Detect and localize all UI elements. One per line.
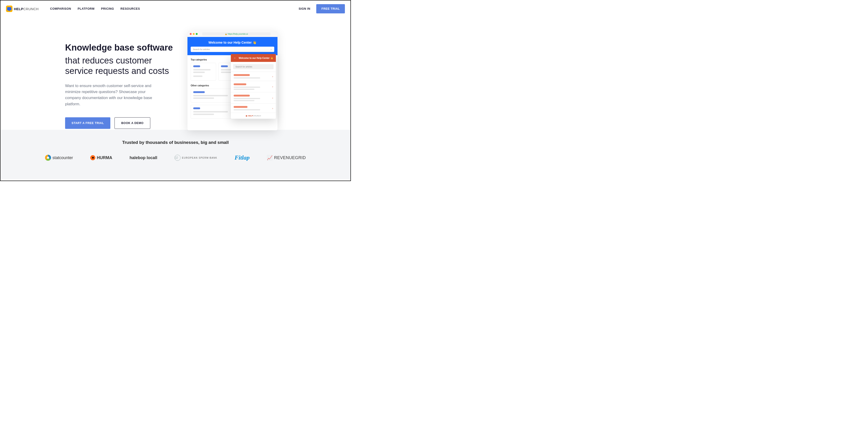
browser-chrome: https://help.yoursite.ai — [187, 31, 277, 37]
nav-comparison[interactable]: COMPARISON — [50, 7, 71, 10]
trusted-section: Trusted by thousands of businesses, big … — [0, 130, 350, 180]
main-nav: COMPARISON PLATFORM PRICING RESOURCES — [50, 7, 140, 10]
search-icon: ⌕ — [271, 48, 272, 51]
fitlap-label: Fitlap — [235, 154, 250, 161]
popup-article-item: › — [231, 81, 276, 92]
category-card — [191, 63, 216, 81]
logo-text-bold: HELP — [14, 7, 23, 11]
popup-article-item: › — [231, 92, 276, 104]
popup-search: Search for articles — [233, 64, 274, 69]
popup-title: Welcome to our Help Center 👋 — [239, 57, 273, 59]
hero-subtitle: that reduces customer service requests a… — [65, 55, 174, 77]
free-trial-button[interactable]: FREE TRIAL — [316, 4, 345, 13]
popup-article-item: › — [231, 104, 276, 113]
logo-statcounter: statcounter — [45, 155, 73, 161]
client-logos: statcounter ✱ HURMA halebop locall GIVE … — [0, 154, 350, 161]
nav-resources[interactable]: RESOURCES — [121, 7, 140, 10]
header-right: SIGN IN FREE TRIAL — [299, 4, 345, 13]
logo-halebop: halebop locall — [129, 155, 157, 160]
window-dots — [190, 33, 197, 35]
logo-fitlap: Fitlap — [235, 154, 250, 161]
chevron-right-icon: › — [272, 75, 273, 78]
close-dot-icon — [190, 33, 192, 35]
statcounter-icon — [45, 155, 51, 161]
hurma-label: HURMA — [97, 155, 112, 160]
nav-platform[interactable]: PLATFORM — [78, 7, 94, 10]
book-demo-button[interactable]: BOOK A DEMO — [115, 117, 150, 129]
help-center-search: Search for articles ⌕ — [191, 47, 274, 52]
logo-hurma: ✱ HURMA — [90, 155, 112, 160]
logo-spermbank: GIVE LIFE EUROPEAN SPERM·BANK — [175, 155, 217, 161]
search-placeholder: Search for articles — [193, 48, 210, 51]
hurma-icon: ✱ — [90, 155, 95, 160]
hero-title: Knowledge base software — [65, 42, 174, 53]
hero-illustration: https://help.yoursite.ai Welcome to our … — [187, 31, 280, 128]
chevron-right-icon: › — [272, 85, 273, 88]
url-bar: https://help.yoursite.ai — [202, 32, 271, 35]
popup-footer-logo-light: CRUNCH — [253, 115, 261, 117]
popup-footer-logo-bold: HELP — [248, 115, 253, 117]
help-center-header: Welcome to our Help Center 👋 Search for … — [187, 37, 277, 55]
trusted-heading: Trusted by thousands of businesses, big … — [0, 140, 350, 145]
revenuegrid-icon: 📈 — [267, 155, 273, 160]
spermbank-label: EUROPEAN SPERM·BANK — [182, 156, 217, 159]
logo-text-light: CRUNCH — [23, 7, 38, 11]
minimize-dot-icon — [193, 33, 195, 35]
spermbank-icon: GIVE LIFE — [175, 155, 181, 161]
help-center-title: Welcome to our Help Center 👋 — [191, 41, 274, 45]
logo-revenuegrid: 📈 REVENUEGRID — [267, 155, 306, 160]
maximize-dot-icon — [196, 33, 197, 35]
site-header: HELPCRUNCH COMPARISON PLATFORM PRICING R… — [0, 0, 350, 17]
statcounter-label: statcounter — [53, 155, 73, 160]
chevron-right-icon: › — [272, 96, 273, 99]
help-widget-popup: ← Welcome to our Help Center 👋 Search fo… — [231, 54, 276, 119]
chevron-right-icon: › — [272, 107, 273, 110]
start-free-trial-button[interactable]: START A FREE TRIAL — [65, 117, 110, 129]
halebop-label: halebop locall — [129, 155, 157, 160]
hero-section: Knowledge base software that reduces cus… — [0, 17, 350, 129]
logo[interactable]: HELPCRUNCH — [6, 5, 38, 12]
logo-icon — [6, 5, 12, 12]
popup-footer: ▣ HELPCRUNCH — [231, 113, 276, 119]
revenuegrid-label: REVENUEGRID — [274, 155, 306, 160]
nav-pricing[interactable]: PRICING — [101, 7, 114, 10]
popup-header: ← Welcome to our Help Center 👋 — [231, 54, 276, 62]
hero-content: Knowledge base software that reduces cus… — [65, 31, 174, 129]
popup-article-item: › — [231, 71, 276, 81]
category-card — [218, 63, 232, 81]
sign-in-link[interactable]: SIGN IN — [299, 7, 310, 10]
hero-ctas: START A FREE TRIAL BOOK A DEMO — [65, 117, 174, 129]
hero-body: Want to ensure smooth customer self-serv… — [65, 83, 162, 107]
back-arrow-icon: ← — [234, 56, 237, 60]
